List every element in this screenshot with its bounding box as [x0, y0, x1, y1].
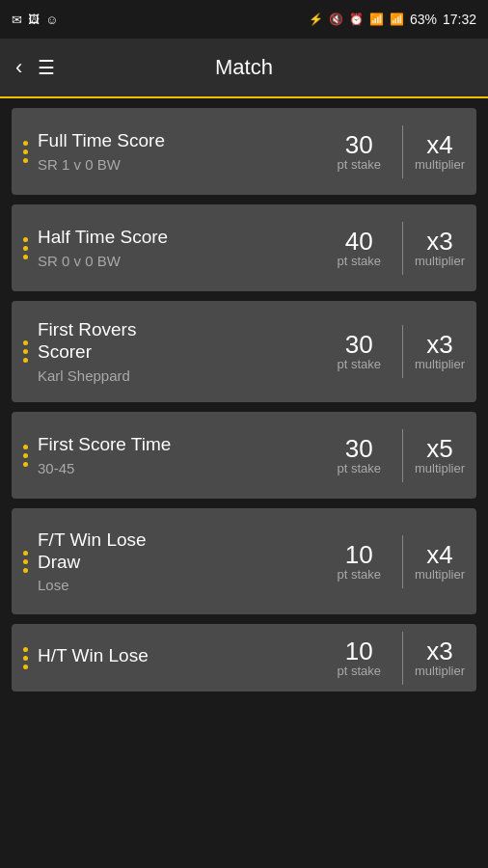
face-icon: ☺ [45, 13, 58, 27]
card-subtitle: Karl Sheppard [38, 367, 337, 384]
card-ft-win-lose-draw[interactable]: F/T Win LoseDraw Lose 10 pt stake x4 mul… [12, 508, 476, 614]
card-info: First RoversScorer Karl Sheppard [38, 319, 337, 384]
divider [402, 535, 403, 588]
mute-icon: 🔇 [329, 13, 343, 26]
card-info: Full Time Score SR 1 v 0 BW [38, 130, 337, 173]
header: ‹ ☰ Match [0, 39, 488, 98]
card-ht-win-lose-draw[interactable]: H/T Win Lose 10 pt stake x3 multiplier [12, 624, 476, 692]
divider [402, 325, 403, 378]
multiplier-label: multiplier [415, 664, 465, 678]
stake-value: 40 [345, 229, 373, 254]
card-multiplier: x3 multiplier [415, 332, 465, 371]
card-stake: 10 pt stake [337, 542, 381, 582]
multiplier-value: x3 [426, 332, 452, 357]
card-first-score-time[interactable]: First Score Time 30-45 30 pt stake x5 mu… [12, 412, 476, 499]
card-title: H/T Win Lose [38, 645, 337, 667]
stake-value: 30 [345, 132, 373, 157]
stake-value: 10 [345, 542, 373, 567]
status-bar: ✉ 🖼 ☺ ⚡ 🔇 ⏰ 📶 📶 63% 17:32 [0, 0, 488, 39]
stake-value: 30 [345, 332, 373, 357]
card-info: First Score Time 30-45 [38, 434, 337, 476]
card-stake: 30 pt stake [337, 132, 381, 172]
stake-label: pt stake [337, 567, 381, 582]
envelope-icon: ✉ [12, 13, 22, 27]
card-multiplier: x3 multiplier [415, 229, 465, 268]
drag-handle-icon [23, 645, 28, 671]
multiplier-value: x5 [426, 436, 452, 461]
alarm-icon: ⏰ [349, 13, 364, 26]
card-title: First Score Time [38, 434, 337, 456]
multiplier-value: x4 [426, 132, 452, 157]
card-title: Half Time Score [38, 227, 337, 249]
drag-handle-icon [23, 339, 28, 365]
stake-value: 10 [345, 638, 373, 664]
stake-label: pt stake [337, 254, 381, 268]
multiplier-value: x3 [426, 229, 452, 254]
card-title: Full Time Score [38, 130, 337, 152]
multiplier-label: multiplier [415, 461, 465, 475]
card-info: Half Time Score SR 0 v 0 BW [38, 227, 337, 269]
stake-label: pt stake [337, 461, 381, 475]
back-button[interactable]: ‹ [15, 55, 22, 80]
stake-label: pt stake [337, 357, 381, 371]
battery-label: 63% [410, 12, 437, 27]
wifi-icon: 📶 [369, 13, 384, 26]
card-subtitle: SR 0 v 0 BW [38, 253, 337, 269]
card-stake: 40 pt stake [337, 229, 381, 268]
bluetooth-icon: ⚡ [309, 13, 323, 26]
divider [402, 222, 403, 275]
card-multiplier: x3 multiplier [415, 638, 465, 678]
cards-container: Full Time Score SR 1 v 0 BW 30 pt stake … [0, 98, 488, 701]
card-multiplier: x4 multiplier [415, 542, 465, 582]
card-info: H/T Win Lose [38, 645, 337, 671]
card-first-rovers-scorer[interactable]: First RoversScorer Karl Sheppard 30 pt s… [12, 301, 476, 402]
card-stake: 10 pt stake [337, 638, 381, 678]
multiplier-value: x3 [426, 638, 452, 664]
drag-handle-icon [23, 139, 28, 165]
card-subtitle: 30-45 [38, 460, 337, 476]
card-multiplier: x4 multiplier [415, 132, 465, 172]
divider [402, 632, 403, 685]
image-icon: 🖼 [28, 13, 40, 26]
status-bar-left: ✉ 🖼 ☺ [12, 13, 58, 27]
stake-label: pt stake [337, 157, 381, 172]
card-subtitle: SR 1 v 0 BW [38, 156, 337, 173]
stake-value: 30 [345, 436, 373, 461]
multiplier-value: x4 [426, 542, 452, 567]
card-stake: 30 pt stake [337, 436, 381, 475]
divider [402, 429, 403, 482]
drag-handle-icon [23, 549, 28, 575]
stake-label: pt stake [337, 664, 381, 678]
card-title: F/T Win LoseDraw [38, 529, 337, 574]
menu-button[interactable]: ☰ [38, 56, 55, 79]
multiplier-label: multiplier [415, 357, 465, 371]
divider [402, 125, 403, 178]
card-multiplier: x5 multiplier [415, 436, 465, 475]
card-info: F/T Win LoseDraw Lose [38, 529, 337, 594]
multiplier-label: multiplier [415, 567, 465, 582]
card-stake: 30 pt stake [337, 332, 381, 371]
drag-handle-icon [23, 235, 28, 261]
multiplier-label: multiplier [415, 254, 465, 268]
drag-handle-icon [23, 443, 28, 469]
multiplier-label: multiplier [415, 157, 465, 172]
card-full-time-score[interactable]: Full Time Score SR 1 v 0 BW 30 pt stake … [12, 108, 476, 195]
time-label: 17:32 [443, 12, 476, 27]
page-title: Match [215, 55, 273, 80]
card-subtitle: Lose [38, 577, 337, 593]
signal-icon: 📶 [390, 13, 404, 26]
card-half-time-score[interactable]: Half Time Score SR 0 v 0 BW 40 pt stake … [12, 204, 476, 291]
card-title: First RoversScorer [38, 319, 337, 364]
status-bar-right: ⚡ 🔇 ⏰ 📶 📶 63% 17:32 [309, 12, 476, 27]
